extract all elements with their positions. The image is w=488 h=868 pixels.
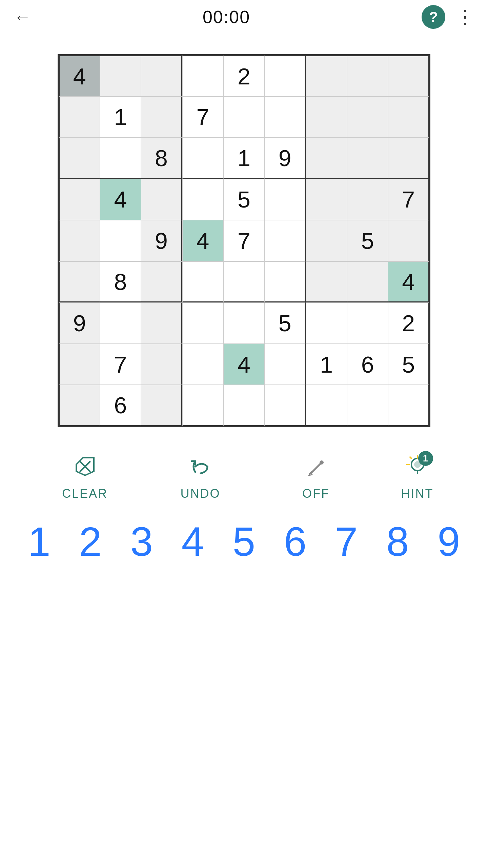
cell-r1-c6[interactable] bbox=[265, 55, 306, 97]
cell-r2-c9[interactable] bbox=[388, 97, 429, 138]
num-button-9[interactable]: 9 bbox=[425, 521, 472, 562]
number-pad: 123456789 bbox=[0, 521, 488, 562]
num-button-7[interactable]: 7 bbox=[323, 521, 370, 562]
cell-r7-c4[interactable] bbox=[182, 302, 224, 344]
cell-r7-c1[interactable]: 9 bbox=[59, 302, 100, 344]
help-button[interactable]: ? bbox=[422, 5, 445, 29]
cell-r8-c8[interactable]: 6 bbox=[347, 344, 388, 385]
cell-r5-c8[interactable]: 5 bbox=[347, 220, 388, 261]
cell-r7-c2[interactable] bbox=[100, 302, 141, 344]
cell-r4-c2[interactable]: 4 bbox=[100, 179, 141, 220]
cell-r6-c3[interactable] bbox=[141, 261, 182, 303]
cell-r2-c6[interactable] bbox=[265, 97, 306, 138]
cell-r5-c7[interactable] bbox=[306, 220, 347, 261]
cell-r9-c9[interactable] bbox=[388, 385, 429, 426]
cell-r4-c1[interactable] bbox=[59, 179, 100, 220]
cell-r1-c3[interactable] bbox=[141, 55, 182, 97]
cell-r9-c3[interactable] bbox=[141, 385, 182, 426]
cell-r7-c6[interactable]: 5 bbox=[265, 302, 306, 344]
cell-r4-c5[interactable]: 5 bbox=[223, 179, 265, 220]
cell-r6-c6[interactable] bbox=[265, 261, 306, 303]
cell-r9-c8[interactable] bbox=[347, 385, 388, 426]
num-button-4[interactable]: 4 bbox=[169, 521, 217, 562]
cell-r1-c9[interactable] bbox=[388, 55, 429, 97]
clear-button[interactable]: CLEAR bbox=[55, 454, 116, 501]
cell-r9-c1[interactable] bbox=[59, 385, 100, 426]
more-button[interactable]: ⋮ bbox=[455, 7, 474, 26]
cell-r1-c7[interactable] bbox=[306, 55, 347, 97]
undo-button[interactable]: UNDO bbox=[170, 454, 231, 501]
cell-r6-c5[interactable] bbox=[223, 261, 265, 303]
cell-r4-c9[interactable]: 7 bbox=[388, 179, 429, 220]
cell-r1-c8[interactable] bbox=[347, 55, 388, 97]
num-button-5[interactable]: 5 bbox=[220, 521, 268, 562]
num-button-2[interactable]: 2 bbox=[67, 521, 114, 562]
cell-r4-c4[interactable] bbox=[182, 179, 224, 220]
cell-r8-c1[interactable] bbox=[59, 344, 100, 385]
cell-r5-c9[interactable] bbox=[388, 220, 429, 261]
cell-r5-c1[interactable] bbox=[59, 220, 100, 261]
cell-r9-c7[interactable] bbox=[306, 385, 347, 426]
cell-r4-c3[interactable] bbox=[141, 179, 182, 220]
cell-r6-c8[interactable] bbox=[347, 261, 388, 303]
num-button-3[interactable]: 3 bbox=[118, 521, 165, 562]
cell-r4-c6[interactable] bbox=[265, 179, 306, 220]
cell-r2-c7[interactable] bbox=[306, 97, 347, 138]
cell-r2-c8[interactable] bbox=[347, 97, 388, 138]
cell-r7-c9[interactable]: 2 bbox=[388, 302, 429, 344]
cell-r7-c5[interactable] bbox=[223, 302, 265, 344]
cell-r2-c2[interactable]: 1 bbox=[100, 97, 141, 138]
cell-r3-c5[interactable]: 1 bbox=[223, 138, 265, 179]
cell-r2-c4[interactable]: 7 bbox=[182, 97, 224, 138]
cell-r6-c2[interactable]: 8 bbox=[100, 261, 141, 303]
notes-button[interactable]: OFF bbox=[286, 454, 347, 501]
cell-r5-c5[interactable]: 7 bbox=[223, 220, 265, 261]
svg-point-4 bbox=[320, 460, 324, 465]
cell-r8-c4[interactable] bbox=[182, 344, 224, 385]
cell-r9-c2[interactable]: 6 bbox=[100, 385, 141, 426]
hint-button[interactable]: 1 HINT bbox=[401, 454, 434, 501]
cell-r8-c2[interactable]: 7 bbox=[100, 344, 141, 385]
cell-r3-c1[interactable] bbox=[59, 138, 100, 179]
cell-r1-c4[interactable] bbox=[182, 55, 224, 97]
cell-r9-c6[interactable] bbox=[265, 385, 306, 426]
cell-r1-c2[interactable] bbox=[100, 55, 141, 97]
cell-r8-c7[interactable]: 1 bbox=[306, 344, 347, 385]
cell-r6-c7[interactable] bbox=[306, 261, 347, 303]
cell-r7-c8[interactable] bbox=[347, 302, 388, 344]
cell-r3-c9[interactable] bbox=[388, 138, 429, 179]
sudoku-grid: 4217819457947584952741656 bbox=[58, 54, 430, 427]
num-button-8[interactable]: 8 bbox=[374, 521, 421, 562]
num-button-1[interactable]: 1 bbox=[16, 521, 63, 562]
cell-r3-c6[interactable]: 9 bbox=[265, 138, 306, 179]
cell-r3-c2[interactable] bbox=[100, 138, 141, 179]
cell-r3-c7[interactable] bbox=[306, 138, 347, 179]
cell-r5-c3[interactable]: 9 bbox=[141, 220, 182, 261]
cell-r3-c3[interactable]: 8 bbox=[141, 138, 182, 179]
cell-r2-c3[interactable] bbox=[141, 97, 182, 138]
cell-r9-c4[interactable] bbox=[182, 385, 224, 426]
cell-r1-c1[interactable]: 4 bbox=[59, 55, 100, 97]
cell-r5-c2[interactable] bbox=[100, 220, 141, 261]
cell-r5-c4[interactable]: 4 bbox=[182, 220, 224, 261]
cell-r9-c5[interactable] bbox=[223, 385, 265, 426]
cell-r8-c3[interactable] bbox=[141, 344, 182, 385]
cell-r1-c5[interactable]: 2 bbox=[223, 55, 265, 97]
cell-r4-c7[interactable] bbox=[306, 179, 347, 220]
cell-r6-c9[interactable]: 4 bbox=[388, 261, 429, 303]
cell-r2-c5[interactable] bbox=[223, 97, 265, 138]
cell-r6-c1[interactable] bbox=[59, 261, 100, 303]
back-button[interactable]: ← bbox=[14, 8, 31, 26]
cell-r8-c9[interactable]: 5 bbox=[388, 344, 429, 385]
cell-r5-c6[interactable] bbox=[265, 220, 306, 261]
cell-r8-c5[interactable]: 4 bbox=[223, 344, 265, 385]
cell-r4-c8[interactable] bbox=[347, 179, 388, 220]
num-button-6[interactable]: 6 bbox=[271, 521, 319, 562]
cell-r7-c3[interactable] bbox=[141, 302, 182, 344]
cell-r2-c1[interactable] bbox=[59, 97, 100, 138]
cell-r3-c4[interactable] bbox=[182, 138, 224, 179]
cell-r3-c8[interactable] bbox=[347, 138, 388, 179]
cell-r6-c4[interactable] bbox=[182, 261, 224, 303]
cell-r7-c7[interactable] bbox=[306, 302, 347, 344]
cell-r8-c6[interactable] bbox=[265, 344, 306, 385]
